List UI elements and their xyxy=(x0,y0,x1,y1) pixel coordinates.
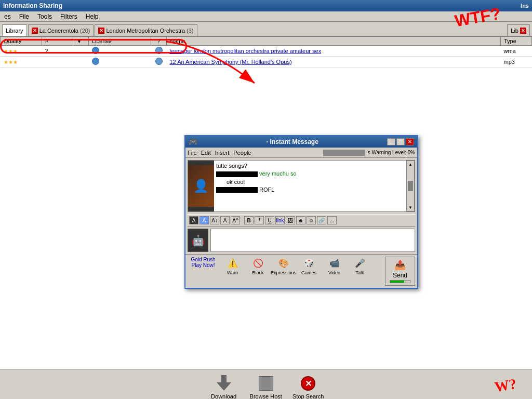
warning-text: 's Warning Level: 0% xyxy=(367,150,415,155)
format-btn-a-super[interactable]: A^ xyxy=(231,216,240,224)
menu-file[interactable]: File xyxy=(17,12,31,21)
row1-quality: ★★★ xyxy=(1,46,42,57)
im-menu-insert[interactable]: Insert xyxy=(215,150,230,156)
download-button[interactable]: Download xyxy=(208,375,240,399)
row1-info-icon xyxy=(155,47,163,54)
games-label: Games xyxy=(301,270,316,275)
menu-filters[interactable]: Filters xyxy=(58,12,79,21)
stop-icon-shape: ✕ xyxy=(301,376,315,391)
svg-marker-2 xyxy=(217,382,231,391)
im-chat-area: 👤 tutte songs? very muchu so ok cool ROF… xyxy=(188,160,415,212)
im-menu-file[interactable]: File xyxy=(188,150,197,156)
row1-name[interactable]: teenager london metropolitan orchestra p… xyxy=(167,46,501,57)
tab-search2[interactable]: ✕ London Metropolitan Orchestra (3) xyxy=(95,24,197,36)
format-btn-a[interactable]: A xyxy=(220,216,230,224)
im-video-button[interactable]: 📹 Video xyxy=(323,257,346,286)
format-btn-a-blue[interactable]: A xyxy=(200,216,209,224)
im-maximize-button[interactable]: □ xyxy=(396,138,405,145)
menu-es[interactable]: es xyxy=(2,12,13,21)
im-games-button[interactable]: 🎲 Games xyxy=(297,257,321,286)
msg-2-text: very muchu so xyxy=(259,170,297,177)
row2-license-icon xyxy=(92,58,99,65)
right-title: Ins xyxy=(521,3,529,9)
im-scrollbar[interactable]: ▲ ▼ xyxy=(406,161,415,211)
im-user-avatar: 🤖 xyxy=(188,229,208,252)
format-btn-size[interactable]: A↕ xyxy=(210,216,219,224)
col-header-num: # xyxy=(42,37,73,46)
video-label: Video xyxy=(328,270,340,275)
row2-quality: ★★★ xyxy=(1,57,42,68)
stop-search-button[interactable]: ✕ Stop Search xyxy=(292,375,324,399)
row2-info-icon xyxy=(155,58,163,65)
tab-search1[interactable]: ✕ La Cenerentola (20) xyxy=(28,24,94,36)
scroll-thumb[interactable] xyxy=(408,181,413,191)
stop-search-label: Stop Search xyxy=(292,393,324,399)
close-search1-icon[interactable]: ✕ xyxy=(32,28,38,34)
close-lib-icon[interactable]: ✕ xyxy=(520,28,526,34)
im-title: - Instant Message xyxy=(197,138,387,145)
browse-host-button[interactable]: Browse Host xyxy=(250,375,282,399)
msg-2: very muchu so xyxy=(216,170,404,177)
row1-num: 2 xyxy=(42,46,73,57)
im-expressions-button[interactable]: 🎨 Expressions xyxy=(272,257,295,286)
row1-license-icon xyxy=(92,47,99,54)
col-header-name: Name xyxy=(167,37,501,46)
menu-help[interactable]: Help xyxy=(84,12,101,21)
format-btn-link[interactable]: link xyxy=(275,216,285,224)
format-btn-italic[interactable]: I xyxy=(255,216,264,224)
format-btn-a-dark[interactable]: A xyxy=(189,216,198,224)
promo-line1: Gold Rush xyxy=(188,257,219,262)
format-btn-smiley1[interactable]: ☻ xyxy=(296,216,305,224)
row2-sort xyxy=(73,57,89,68)
im-menu-edit[interactable]: Edit xyxy=(201,150,211,156)
im-block-button[interactable]: 🚫 Block xyxy=(246,257,270,286)
tab-library[interactable]: Library xyxy=(2,24,27,36)
games-icon: 🎲 xyxy=(302,257,316,269)
browse-host-icon xyxy=(258,375,274,392)
expressions-label: Expressions xyxy=(271,270,296,275)
title-bar: Information Sharing Ins xyxy=(0,0,532,11)
app-title: Information Sharing xyxy=(3,2,62,9)
format-btn-more[interactable]: … xyxy=(327,216,337,224)
im-talk-button[interactable]: 🎤 Talk xyxy=(348,257,371,286)
format-btn-chain[interactable]: 🔗 xyxy=(317,216,326,224)
results-table-container: Quality # ▼ License ? Name Type ★★★ 2 xyxy=(0,36,532,68)
row2-name[interactable]: 12 An American Symphony (Mr. Holland's O… xyxy=(167,57,501,68)
im-close-button[interactable]: ✕ xyxy=(406,138,414,145)
expressions-icon: 🎨 xyxy=(276,257,291,269)
msg-4-text: ROFL xyxy=(259,187,274,193)
menu-tools[interactable]: Tools xyxy=(35,12,54,21)
msg-4-redacted xyxy=(216,187,258,193)
format-btn-smiley2[interactable]: ☺ xyxy=(307,216,316,224)
im-messages: tutte songs? very muchu so ok cool ROFL xyxy=(214,161,406,211)
scroll-up[interactable]: ▲ xyxy=(408,162,413,167)
promo-line2: Play Now! xyxy=(188,262,219,268)
im-input-area: 🤖 xyxy=(188,229,415,252)
format-btn-underline[interactable]: U xyxy=(265,216,274,224)
im-send-button[interactable]: 📤 Send xyxy=(385,257,415,286)
row2-type: mp3 xyxy=(501,57,532,68)
close-search2-icon[interactable]: ✕ xyxy=(98,28,104,34)
im-promo[interactable]: Gold Rush Play Now! xyxy=(188,257,219,286)
im-title-bar: 🎮 - Instant Message _ □ ✕ xyxy=(185,136,417,148)
table-row: ★★★ 12 An American Symphony (Mr. Holland… xyxy=(1,57,532,68)
msg-4: ROFL xyxy=(216,187,404,193)
msg-3: ok cool xyxy=(216,179,404,185)
tab-lib-right[interactable]: Lib ✕ xyxy=(507,24,530,36)
col-header-sort[interactable]: ▼ xyxy=(73,37,89,46)
format-btn-bold[interactable]: B xyxy=(244,216,254,224)
im-icon: 🎮 xyxy=(189,138,197,146)
scroll-down[interactable]: ▼ xyxy=(408,205,413,210)
format-btn-pic[interactable]: 🖼 xyxy=(286,216,295,224)
im-minimize-button[interactable]: _ xyxy=(387,138,395,145)
col-header-type: Type xyxy=(501,37,532,46)
row1-sort xyxy=(73,46,89,57)
block-icon: 🚫 xyxy=(251,257,265,269)
im-bottom-bar: Gold Rush Play Now! ⚠️ Warn 🚫 Block 🎨 Ex… xyxy=(185,254,417,288)
im-warn-button[interactable]: ⚠️ Warn xyxy=(221,257,244,286)
im-menu-people[interactable]: People xyxy=(233,150,251,156)
msg-2-redacted xyxy=(216,171,258,177)
row1-type: wma xyxy=(501,46,532,57)
im-text-input[interactable] xyxy=(210,229,415,252)
bottom-toolbar: Download Browse Host ✕ Stop Search xyxy=(0,369,532,399)
